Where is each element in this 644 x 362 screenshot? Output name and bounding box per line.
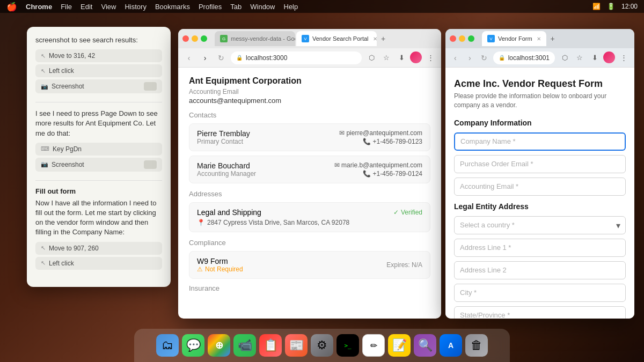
address-line2-input[interactable] [454, 261, 626, 279]
forward-button-left[interactable]: › [199, 51, 211, 64]
cmd-move-2: ↖ Move to 907, 260 [35, 242, 162, 255]
tab-vendor-form[interactable]: V Vendor Form ✕ [482, 31, 546, 46]
state-input[interactable] [454, 306, 626, 319]
dock-terminal[interactable]: >_ [336, 334, 359, 357]
cmd-screenshot-2: 📷 Screenshot [35, 158, 162, 172]
new-tab-button-left[interactable]: + [378, 33, 389, 44]
back-button-left[interactable]: ‹ [182, 51, 195, 64]
bookmark-button-right[interactable]: ☆ [573, 51, 586, 64]
menu-button-left[interactable]: ⋮ [424, 51, 437, 64]
dock-finder2[interactable]: 🔍 [414, 334, 436, 357]
compliance-label: Compliance [189, 239, 430, 247]
tab-spreadsheet-label: messy-vendor-data - Google... [231, 35, 295, 42]
contact-phone-2: 📞 +1-456-789-0124 [334, 170, 422, 178]
menubar-window[interactable]: Window [250, 3, 275, 11]
traffic-lights-left [182, 35, 207, 42]
dock-reminders[interactable]: 📋 [259, 334, 282, 357]
menubar-edit[interactable]: Edit [80, 3, 92, 11]
contact-phone-1: 📞 +1-456-789-0123 [339, 138, 422, 145]
step1-title: screenshot to see search results: [35, 35, 162, 45]
tab-close-portal[interactable]: ✕ [373, 36, 377, 42]
form-subtitle: Please provide the information below to … [454, 92, 626, 110]
menubar-profiles[interactable]: Profiles [199, 3, 222, 11]
legal-entity-title: Legal Entity Address [454, 202, 626, 211]
bookmark-button-left[interactable]: ☆ [380, 51, 393, 64]
menubar-chrome[interactable]: Chrome [26, 3, 52, 11]
compliance-header: W9 Form ⚠ Not Required Expires: N/A [197, 257, 422, 273]
browser-vendor-form: V Vendor Form ✕ + ‹ › ↻ 🔒 localhost:3001… [445, 29, 634, 319]
city-input[interactable] [454, 284, 626, 302]
menu-button-right[interactable]: ⋮ [617, 51, 630, 64]
tab-favicon-spreadsheet: G [220, 35, 228, 42]
dock-finder[interactable]: 🗂 [156, 334, 179, 357]
dock-notes[interactable]: 📝 [388, 334, 411, 357]
menubar-tab[interactable]: Tab [230, 3, 241, 11]
new-tab-button-right[interactable]: + [547, 33, 558, 44]
agent-step-2: I see I need to press Page Down to see m… [35, 109, 162, 172]
minimize-button-right[interactable] [459, 35, 465, 42]
company-info-title: Company Information [454, 119, 626, 127]
dock-facetime[interactable]: 📹 [233, 334, 256, 357]
tab-vendor-portal[interactable]: V Vendor Search Portal ✕ [296, 31, 377, 46]
tab-spreadsheet[interactable]: G messy-vendor-data - Google... ✕ [215, 31, 295, 46]
address-line2-field [454, 261, 626, 279]
browser-left-toolbar: ‹ › ↻ 🔒 localhost:3000 ⬡ ☆ ⬇ ⋮ [178, 48, 441, 68]
compliance-card: W9 Form ⚠ Not Required Expires: N/A [189, 251, 430, 279]
apple-menu[interactable]: 🍎 [6, 2, 17, 12]
contact-email-1: ✉ pierre@antequipment.com [339, 129, 422, 137]
menubar-bookmarks[interactable]: Bookmarks [155, 3, 190, 11]
dock-systemprefs[interactable]: ⚙ [311, 334, 333, 357]
cast-button[interactable]: ⬡ [365, 51, 378, 64]
insurance-label: Insurance [189, 284, 430, 292]
dock-appstore[interactable]: A [440, 334, 462, 357]
agent-step-1: screenshot to see search results: ↖ Move… [35, 35, 162, 93]
country-select[interactable]: Select a country * [454, 216, 626, 234]
menubar-right: 📶 🔋 12:00 [592, 3, 638, 10]
step3-text: Now I have all the information I need to… [35, 198, 162, 238]
step2-text: I see I need to press Page Down to see m… [35, 109, 162, 138]
contact-info-right-2: ✉ marie.b@antequipment.com 📞 +1-456-789-… [334, 161, 422, 178]
phone-icon-2: 📞 [363, 170, 372, 178]
tab-close-form[interactable]: ✕ [537, 36, 541, 42]
cast-button-right[interactable]: ⬡ [558, 51, 571, 64]
city-field [454, 284, 626, 302]
menubar-file[interactable]: File [61, 3, 72, 11]
warning-icon: ⚠ [197, 265, 203, 273]
dock-trash[interactable]: 🗑 [465, 334, 488, 357]
phone-icon-1: 📞 [363, 138, 372, 145]
email-icon-2: ✉ [334, 161, 341, 169]
menubar-help[interactable]: Help [284, 3, 298, 11]
company-name-input[interactable] [454, 132, 626, 151]
address-type: Legal and Shipping [197, 208, 261, 217]
maximize-button-right[interactable] [468, 35, 474, 42]
reload-button-right[interactable]: ↻ [479, 51, 490, 64]
close-button-right[interactable] [450, 35, 456, 42]
cmd-click-1-text: Left click [49, 67, 74, 75]
user-avatar-right[interactable] [603, 51, 615, 63]
menubar-view[interactable]: View [101, 3, 116, 11]
back-button-right[interactable]: ‹ [450, 51, 461, 64]
toolbar-actions-right: ⬡ ☆ ⬇ ⋮ [558, 51, 630, 64]
step3-title: Fill out form [35, 187, 162, 195]
maximize-button-left[interactable] [201, 35, 207, 42]
download-button-right[interactable]: ⬇ [588, 51, 601, 64]
user-avatar-left[interactable] [410, 51, 422, 63]
close-button-left[interactable] [182, 35, 189, 42]
dock-news[interactable]: 📰 [285, 334, 308, 357]
menubar-history[interactable]: History [125, 3, 146, 11]
accounting-email-input[interactable] [454, 178, 626, 196]
address-line1-input[interactable] [454, 239, 626, 257]
address-card: Legal and Shipping ✓ Verified 📍 2847 Cyp… [189, 202, 430, 232]
cmd-key-text: Key PgDn [53, 145, 82, 153]
download-button-left[interactable]: ⬇ [395, 51, 408, 64]
url-left: localhost:3000 [246, 54, 287, 62]
address-bar-left[interactable]: 🔒 localhost:3000 [231, 51, 362, 64]
minimize-button-left[interactable] [192, 35, 198, 42]
dock-texteditor[interactable]: ✏ [362, 334, 385, 357]
address-bar-right[interactable]: 🔒 localhost:3001 [493, 51, 555, 64]
reload-button-left[interactable]: ↻ [215, 51, 228, 64]
purchase-order-input[interactable] [454, 155, 626, 173]
dock-chrome[interactable]: ⊕ [208, 334, 230, 357]
dock-messages[interactable]: 💬 [182, 334, 204, 357]
forward-button-right[interactable]: › [464, 51, 475, 64]
